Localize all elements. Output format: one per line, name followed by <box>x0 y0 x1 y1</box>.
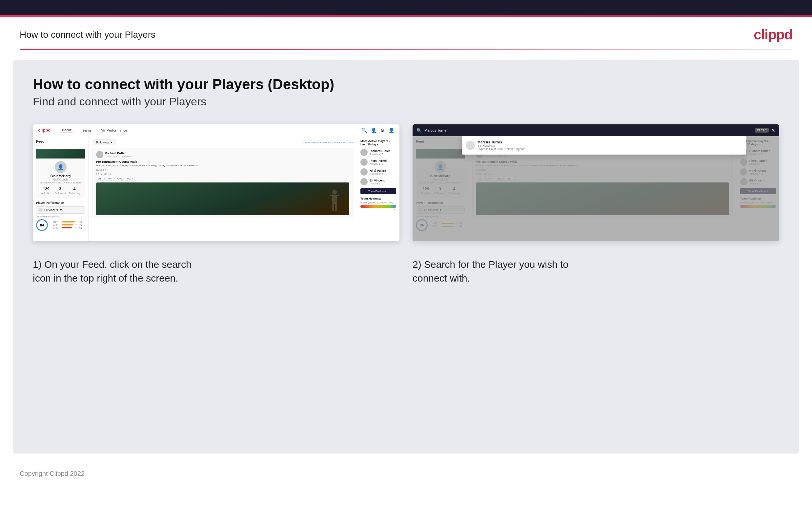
player-perf-title-1: Player Performance <box>36 201 85 205</box>
active-player-avatar-3 <box>361 168 368 176</box>
activity-user-1: Richard Butler Yesterday · The Grove <box>96 151 349 158</box>
search-icon-1[interactable]: 🔍 <box>362 128 367 133</box>
activity-image-1 <box>96 182 349 215</box>
search-input-mock[interactable]: Marcus Turner <box>424 128 752 132</box>
nav-icons-1: 🔍 👤 ⚙ 👤 <box>362 128 394 133</box>
app-nav-1: clippd Home Teams My Performance 🔍 👤 ⚙ 👤 <box>33 124 399 136</box>
main-content: How to connect with your Players (Deskto… <box>13 60 799 454</box>
feed-tab-1[interactable]: Feed <box>36 139 45 145</box>
activity-name-1: Richard Butler <box>105 152 132 155</box>
settings-icon-1[interactable]: ⚙ <box>380 128 385 133</box>
tag-putt: PUTT <box>125 177 135 180</box>
profile-name-1: Blair McHarg <box>39 174 82 178</box>
quality-circle-1: 84 <box>36 219 48 231</box>
heatmap-label-pos: +5 <box>393 208 396 211</box>
active-player-name-4: Eli Vincent <box>370 179 385 182</box>
active-player-avatar-2 <box>361 159 368 166</box>
profile-avatar-1: 👤 <box>55 161 66 173</box>
team-heatmap-subtitle-1: Player Quality · 20 Round Trend <box>361 202 396 204</box>
stat-followers: 3 Followers <box>54 187 65 195</box>
stat-following-num: 4 <box>69 187 80 191</box>
stat-followers-label: Followers <box>54 192 65 195</box>
logo: clippd <box>754 27 792 43</box>
svg-rect-1 <box>332 195 337 204</box>
search-result-meta2-1: Cypress Point Club, United Kingdom <box>477 147 525 151</box>
activity-duration-1: Duration <box>96 168 349 171</box>
search-result-info-1: Marcus Turner 1-5 Handicap Cypress Point… <box>477 140 525 151</box>
active-player-acts-4: Activities: 1 <box>370 182 385 185</box>
duration-label: Duration <box>96 168 106 171</box>
activity-avatar-1 <box>96 151 103 158</box>
caption-2: 2) Search for the Player you wish toconn… <box>413 258 779 285</box>
app-middle-1: Following ▼ Control who can see your act… <box>89 136 357 241</box>
avatar-icon-1[interactable]: 👤 <box>389 128 394 133</box>
nav-home[interactable]: Home <box>60 127 73 133</box>
app-logo-small-1: clippd <box>38 128 50 133</box>
heatmap-label-neg: -5 <box>361 208 363 211</box>
app-mockup-1: clippd Home Teams My Performance 🔍 👤 ⚙ 👤 <box>33 124 399 241</box>
activity-user-info: Richard Butler Yesterday · The Grove <box>105 152 132 158</box>
section-title: How to connect with your Players (Deskto… <box>33 76 779 92</box>
user-icon-1[interactable]: 👤 <box>371 128 377 133</box>
following-button-1[interactable]: Following ▼ <box>93 139 116 145</box>
following-bar-1: Following ▼ Control who can see your act… <box>93 139 353 145</box>
svg-point-0 <box>332 190 337 195</box>
copyright-text: Copyright Clippd 2022 <box>20 470 85 477</box>
stat-following: 4 Following <box>69 187 80 195</box>
profile-role-1: Golf Coach <box>39 178 82 181</box>
svg-rect-2 <box>330 195 333 196</box>
screenshots-row: clippd Home Teams My Performance 🔍 👤 ⚙ 👤 <box>33 124 779 241</box>
heatmap-labels-1: -5 +5 <box>361 208 396 211</box>
top-bar-gradient <box>0 15 812 17</box>
search-result-avatar-1 <box>466 141 475 150</box>
activity-duration-value: 02 hr : 00 min <box>96 173 349 176</box>
activity-desc-1: Walking the course with my coach to buil… <box>96 164 349 167</box>
active-player-3: Hiral Pujara Activities: 3 <box>361 168 396 176</box>
active-player-acts-1: Activities: 7 <box>370 153 390 156</box>
app-mockup-2: clippd Home Teams My Performance 🔍 👤 ⚙ 👤 <box>413 124 779 241</box>
active-players-title-1: Most Active Players - Last 30 days <box>361 139 396 146</box>
profile-stats-1: 129 Activities 3 Followers 4 Following <box>39 187 82 195</box>
svg-rect-5 <box>335 204 337 211</box>
search-bar-overlay: 🔍 Marcus Turner CLEAR ✕ <box>413 124 779 136</box>
heatmap-bar-1 <box>361 205 396 208</box>
quality-label-1: Total Player Quality <box>36 215 85 218</box>
screenshot-2: clippd Home Teams My Performance 🔍 👤 ⚙ 👤 <box>413 124 779 241</box>
page-title: How to connect with your Players <box>20 30 155 40</box>
page-header: How to connect with your Players clippd <box>0 17 812 49</box>
stat-activities: 129 Activities <box>41 187 51 195</box>
screenshot-1: clippd Home Teams My Performance 🔍 👤 ⚙ 👤 <box>33 124 399 241</box>
app-right-1: Most Active Players - Last 30 days Richa… <box>357 136 399 241</box>
caption-1-text: 1) On your Feed, click on the searchicon… <box>33 259 192 284</box>
bar-arg: ARG 61 <box>53 227 82 229</box>
profile-cover <box>36 149 85 159</box>
section-subtitle: Find and connect with your Players <box>33 95 779 108</box>
stat-followers-num: 3 <box>54 187 65 191</box>
active-player-avatar-1 <box>361 149 368 156</box>
player-selector-1[interactable]: Eli Vincent ▼ <box>36 206 85 214</box>
team-dashboard-button-1[interactable]: Team Dashboard <box>361 188 396 194</box>
search-result-item-1[interactable]: Marcus Turner 1-5 Handicap Cypress Point… <box>464 139 744 152</box>
search-icon-overlay: 🔍 <box>417 128 422 133</box>
caption-1: 1) On your Feed, click on the searchicon… <box>33 258 399 285</box>
close-search-button[interactable]: ✕ <box>771 128 775 133</box>
following-label: Following <box>96 141 108 144</box>
app-left-1: Feed 👤 Blair McHarg Golf Coach Mill Ride… <box>33 136 89 241</box>
active-player-4: Eli Vincent Activities: 1 <box>361 178 396 185</box>
header-divider <box>20 49 792 50</box>
page-footer: Copyright Clippd 2022 <box>0 463 812 484</box>
caption-2-text: 2) Search for the Player you wish toconn… <box>413 259 568 284</box>
activity-title-1: Pre Tournament Course Walk <box>96 160 349 163</box>
stat-following-label: Following <box>69 192 80 195</box>
profile-club-1: Mill Ride Golf Club, United Kingdom <box>39 181 82 184</box>
player-selector-name: Eli Vincent <box>44 208 58 212</box>
nav-my-performance[interactable]: My Performance <box>99 128 129 133</box>
bar-app: APP 70 <box>53 224 82 226</box>
clear-button[interactable]: CLEAR <box>755 128 769 133</box>
svg-rect-4 <box>332 204 334 211</box>
tag-arg: ARG <box>115 177 124 180</box>
nav-teams[interactable]: Teams <box>80 128 93 133</box>
chevron-down-icon: ▼ <box>59 208 62 212</box>
control-link-1[interactable]: Control who can see your activity and da… <box>303 141 353 144</box>
profile-card-1: 👤 Blair McHarg Golf Coach Mill Ride Golf… <box>36 149 85 198</box>
